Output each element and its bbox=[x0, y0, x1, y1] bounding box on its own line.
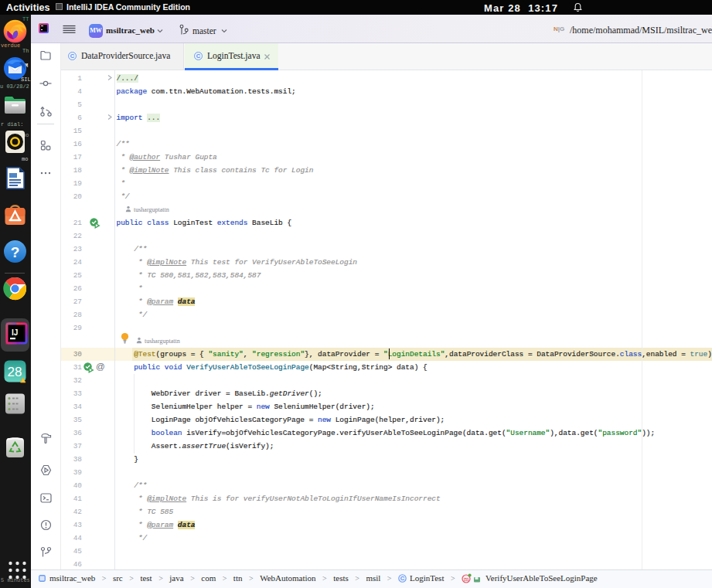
svg-text:C: C bbox=[196, 53, 201, 59]
svg-text:C: C bbox=[400, 575, 405, 582]
svg-text:IJ: IJ bbox=[12, 328, 18, 337]
svg-text:28: 28 bbox=[8, 365, 22, 379]
svg-text:?: ? bbox=[11, 244, 20, 260]
svg-text:C: C bbox=[70, 53, 75, 59]
svg-text:m: m bbox=[464, 576, 469, 583]
